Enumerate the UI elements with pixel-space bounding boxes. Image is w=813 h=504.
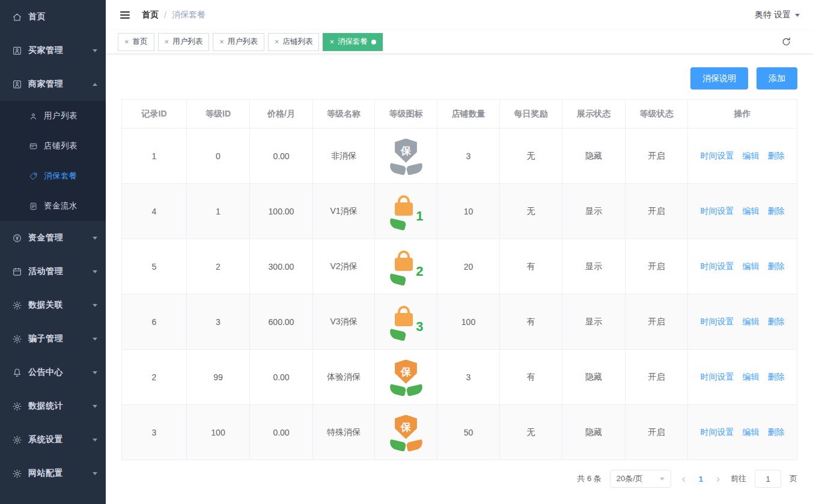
column-header-level-icon: 等级图标 [375, 100, 437, 129]
cell-actions: 时间设置 编辑 删除 [688, 129, 797, 184]
time-setting-link[interactable]: 时间设置 [701, 317, 734, 326]
time-setting-link[interactable]: 时间设置 [701, 151, 734, 160]
tab-user-list-1[interactable]: × 用户列表 [158, 33, 210, 51]
chevron-down-icon [93, 405, 97, 408]
sidebar-item-buyer-management[interactable]: 买家管理 [0, 34, 106, 67]
delete-link[interactable]: 删除 [767, 151, 784, 160]
cell-level-name: 非消保 [313, 129, 375, 184]
tab-user-list-2[interactable]: × 用户列表 [213, 33, 264, 51]
sidebar-subitem-shop-list[interactable]: 店铺列表 [0, 131, 106, 161]
doc-icon [29, 202, 38, 211]
sidebar-subitem-fund-flow[interactable]: 资金流水 [0, 191, 106, 221]
sidebar-item-label: 公告中心 [28, 367, 63, 378]
time-setting-link[interactable]: 时间设置 [701, 206, 734, 216]
cell-level-id: 2 [187, 239, 250, 294]
breadcrumb-home[interactable]: 首页 [142, 10, 159, 20]
column-header-level-id: 等级ID [187, 100, 250, 129]
close-icon[interactable]: × [329, 38, 334, 46]
close-icon[interactable]: × [219, 38, 224, 46]
close-icon[interactable]: × [165, 38, 169, 46]
sidebar-item-data-relation[interactable]: 数据关联 [0, 288, 106, 322]
cell-level-name: 体验消保 [313, 350, 375, 405]
goto-page-input[interactable] [755, 470, 781, 488]
buyer-icon [12, 46, 22, 56]
delete-link[interactable]: 删除 [767, 317, 784, 326]
edit-link[interactable]: 编辑 [743, 206, 760, 216]
delete-link[interactable]: 删除 [767, 427, 784, 437]
cell-level-icon: 1 [375, 184, 437, 239]
card-icon [29, 142, 38, 151]
edit-link[interactable]: 编辑 [743, 151, 760, 160]
page-unit-label: 页 [790, 473, 797, 484]
breadcrumb-separator: / [164, 10, 166, 20]
sidebar-item-home[interactable]: 首页 [0, 0, 106, 34]
user-menu[interactable]: 奥特 设置 [755, 10, 800, 20]
sidebar-subitem-protection-package[interactable]: 消保套餐 [0, 161, 106, 191]
chevron-down-icon [93, 338, 97, 341]
hand-icon [388, 384, 406, 396]
cell-daily-reward: 无 [500, 405, 562, 460]
cell-level-icon: 2 [375, 239, 437, 294]
hamburger-icon[interactable] [119, 9, 131, 21]
cell-level-status: 开启 [626, 350, 688, 405]
edit-link[interactable]: 编辑 [743, 261, 760, 271]
cell-level-id: 100 [187, 405, 250, 460]
chevron-up-icon [93, 83, 97, 86]
close-icon[interactable]: × [124, 38, 129, 46]
sidebar-item-merchant-management[interactable]: 商家管理 [0, 67, 106, 101]
breadcrumb-current: 消保套餐 [172, 10, 206, 20]
cell-record-id: 2 [122, 350, 187, 405]
cell-daily-reward: 有 [500, 239, 562, 294]
top-bar: 首页 / 消保套餐 奥特 设置 [106, 0, 813, 30]
sidebar-item-data-statistics[interactable]: 数据统计 [0, 389, 106, 423]
sidebar-item-label: 数据统计 [28, 401, 63, 411]
cell-display-status: 隐藏 [562, 405, 626, 460]
time-setting-link[interactable]: 时间设置 [701, 427, 734, 437]
sidebar-item-label: 活动管理 [28, 266, 63, 277]
table-row: 4 1 100.00 V1消保 1 [122, 184, 797, 239]
delete-link[interactable]: 删除 [767, 261, 784, 271]
cell-level-name: V2消保 [313, 239, 375, 294]
gear-icon [12, 469, 22, 479]
edit-link[interactable]: 编辑 [743, 317, 760, 326]
close-icon[interactable]: × [275, 38, 279, 46]
delete-link[interactable]: 删除 [767, 372, 784, 381]
tab-home[interactable]: × 首页 [118, 33, 154, 51]
tab-shop-list[interactable]: × 店铺列表 [268, 33, 320, 51]
cell-level-status: 开启 [626, 294, 688, 350]
time-setting-link[interactable]: 时间设置 [701, 261, 734, 271]
refresh-icon[interactable] [781, 37, 791, 47]
delete-link[interactable]: 删除 [767, 206, 784, 216]
sidebar-subitem-user-list[interactable]: 用户列表 [0, 101, 106, 131]
time-setting-link[interactable]: 时间设置 [701, 372, 734, 381]
cell-display-status: 显示 [562, 239, 626, 294]
breadcrumb: 首页 / 消保套餐 [142, 10, 206, 20]
sidebar-item-scammer-management[interactable]: 骗子管理 [0, 322, 106, 356]
cell-shop-count: 100 [437, 294, 500, 350]
protection-explain-button[interactable]: 消保说明 [690, 67, 748, 90]
cell-actions: 时间设置 编辑 删除 [688, 239, 797, 294]
prev-page-button[interactable]: ‹ [680, 473, 688, 484]
page-size-select[interactable]: 20条/页 [610, 470, 671, 488]
goto-label: 前往 [731, 473, 746, 484]
sidebar-item-system-settings[interactable]: 系统设置 [0, 423, 106, 457]
add-button[interactable]: 添加 [757, 67, 797, 90]
sidebar-item-announcement-center[interactable]: 公告中心 [0, 356, 106, 389]
page-number-current[interactable]: 1 [696, 475, 705, 484]
hand-icon [406, 384, 424, 396]
tab-protection-package[interactable]: × 消保套餐 [323, 33, 383, 51]
sidebar-item-activity-management[interactable]: 活动管理 [0, 255, 106, 288]
sidebar-item-label: 网站配置 [28, 468, 63, 479]
sidebar-item-fund-management[interactable]: 资金管理 [0, 221, 106, 255]
edit-link[interactable]: 编辑 [743, 372, 760, 381]
level-icon: 保 [386, 415, 426, 450]
edit-link[interactable]: 编辑 [743, 427, 760, 437]
table-header-row: 记录ID 等级ID 价格/月 等级名称 等级图标 店铺数量 每日奖励 展示状态 … [122, 100, 797, 129]
pagination-total: 共 6 条 [577, 473, 601, 484]
active-tab-dot [371, 40, 376, 44]
next-page-button[interactable]: › [714, 473, 722, 484]
tab-label: 首页 [133, 37, 148, 47]
bell-icon [12, 368, 22, 378]
home-icon [12, 12, 22, 22]
sidebar-item-site-config[interactable]: 网站配置 [0, 457, 106, 490]
